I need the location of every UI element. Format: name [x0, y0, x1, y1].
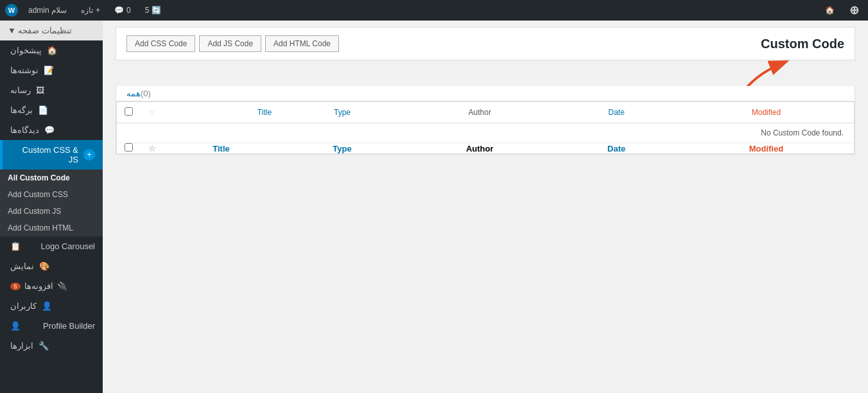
no-results-message: No Custom Code found. [117, 123, 855, 143]
sidebar: تنظیمات صفحه ▼ 🏠 پیشخوان 📝 نوشته‌ها 🖼 رس… [0, 21, 103, 393]
plugins-icon: 🔌 [57, 281, 67, 291]
footer-date[interactable]: Date [555, 143, 679, 154]
plugins-badge: 5 [10, 283, 21, 290]
add-css-label: Add Custom CSS [8, 190, 68, 199]
sidebar-page-settings[interactable]: تنظیمات صفحه ▼ [0, 21, 103, 40]
logo-carousel-icon: 📋 [10, 241, 21, 251]
footer-type[interactable]: Type [279, 143, 405, 154]
sidebar-item-posts[interactable]: 📝 نوشته‌ها [0, 60, 103, 80]
page-title: Custom Code [761, 37, 844, 51]
select-all-footer-checkbox[interactable] [125, 143, 133, 152]
filter-all-link[interactable]: همه [126, 89, 141, 98]
posts-label: نوشته‌ها [10, 66, 39, 75]
sidebar-item-users[interactable]: 👤 کاربران [0, 296, 103, 316]
footer-star-col: ☆ [141, 143, 163, 154]
tools-label: ابزارها [10, 341, 33, 351]
pages-icon: 📄 [38, 105, 48, 115]
arrow-annotation: (0) همه [116, 66, 855, 101]
admin-bar-updates[interactable]: 5 🔄 [141, 0, 166, 21]
add-js-label: Add Custom JS [8, 207, 61, 216]
comments-label: دیدگاه‌ها [10, 125, 39, 135]
sidebar-item-profile-builder[interactable]: 👤 Profile Builder [0, 316, 103, 336]
table-body: No Custom Code found. [117, 123, 855, 143]
header-modified: Modified [679, 102, 855, 123]
sidebar-item-tools[interactable]: 🔧 ابزارها [0, 336, 103, 356]
sidebar-item-appearance[interactable]: 🎨 نمایش [0, 256, 103, 276]
header-type[interactable]: Type [279, 102, 405, 123]
header-checkbox-col [117, 102, 141, 123]
plugins-label: افزونه‌ها [24, 281, 53, 291]
header-buttons: Add CSS Code Add JS Code Add HTML Code [126, 35, 339, 52]
select-all-checkbox[interactable] [125, 107, 133, 116]
custom-css-js-label: Custom CSS & JS [10, 145, 78, 164]
users-label: کاربران [10, 301, 37, 311]
custom-css-js-plus-icon: + [83, 149, 95, 161]
footer-modified: Modified [679, 143, 855, 154]
footer-checkbox-col [117, 143, 141, 154]
profile-builder-icon: 👤 [10, 321, 21, 331]
dashboard-label: پیشخوان [10, 46, 42, 55]
wp-logo[interactable]: W [5, 4, 18, 17]
admin-bar-site-title[interactable]: سلام admin [24, 0, 71, 21]
posts-icon: 📝 [44, 66, 54, 75]
filter-count: (0) [141, 89, 151, 98]
table-header-top: ☆ Title Type Author Date Modified [117, 102, 855, 123]
logo-carousel-label: Logo Carousel [40, 241, 95, 251]
pages-label: برگه‌ها [10, 105, 33, 115]
users-icon: 👤 [42, 301, 52, 311]
star-header-icon: ☆ [148, 108, 155, 117]
comments-icon: 💬 [44, 125, 55, 135]
header-author: Author [405, 102, 555, 123]
admin-bar-comments[interactable]: 💬 0 [110, 0, 135, 21]
main-content: Add CSS Code Add JS Code Add HTML Code C… [103, 21, 868, 393]
sidebar-item-pages[interactable]: 📄 برگه‌ها [0, 100, 103, 120]
admin-bar-title-text: سلام admin [28, 6, 67, 15]
all-custom-label: All Custom Code [8, 173, 70, 182]
custom-table: ☆ Title Type Author Date Modified No Cus… [116, 101, 855, 154]
admin-bar-right: 🏠 ⊕ [821, 0, 863, 21]
profile-builder-label: Profile Builder [43, 321, 95, 331]
header-title[interactable]: Title [163, 102, 279, 123]
appearance-label: نمایش [10, 261, 34, 271]
sidebar-item-media[interactable]: 🖼 رسانه [0, 80, 103, 100]
add-css-button[interactable]: Add CSS Code [126, 35, 195, 52]
header-star-col: ☆ [141, 102, 163, 123]
sidebar-sub-menu: All Custom Code Add Custom CSS Add Custo… [0, 170, 103, 236]
sidebar-item-plugins[interactable]: 🔌 افزونه‌ها 5 [0, 276, 103, 296]
admin-bar-new[interactable]: تازه + [77, 0, 104, 21]
footer-title[interactable]: Title [163, 143, 279, 154]
sidebar-item-comments[interactable]: 💬 دیدگاه‌ها [0, 120, 103, 140]
sidebar-sub-add-html[interactable]: Add Custom HTML [0, 220, 103, 236]
sidebar-sub-add-js[interactable]: Add Custom JS [0, 203, 103, 220]
appearance-icon: 🎨 [39, 261, 49, 271]
admin-bar-left: W سلام admin تازه + 💬 0 5 🔄 [5, 0, 165, 21]
admin-bar-home[interactable]: 🏠 [821, 0, 838, 21]
table-empty-row: No Custom Code found. [117, 123, 855, 143]
sidebar-item-dashboard[interactable]: 🏠 پیشخوان [0, 40, 103, 60]
sidebar-item-logo-carousel[interactable]: 📋 Logo Carousel [0, 236, 103, 256]
footer-author: Author [405, 143, 555, 154]
wp-admin-logo[interactable]: ⊕ [845, 1, 863, 19]
add-js-button[interactable]: Add JS Code [199, 35, 261, 52]
header-date[interactable]: Date [555, 102, 679, 123]
sidebar-item-custom-css-js[interactable]: + Custom CSS & JS [0, 140, 103, 170]
media-icon: 🖼 [36, 85, 44, 95]
sidebar-sub-add-css[interactable]: Add Custom CSS [0, 186, 103, 203]
plus-icon: + [96, 6, 100, 15]
sidebar-sub-all-custom[interactable]: All Custom Code [0, 170, 103, 186]
add-html-label: Add Custom HTML [8, 223, 73, 232]
dashboard-icon: 🏠 [47, 46, 57, 55]
filter-row: (0) همه [116, 86, 855, 101]
updates-icon: 🔄 [152, 6, 161, 15]
admin-bar: W سلام admin تازه + 💬 0 5 🔄 🏠 ⊕ [0, 0, 868, 21]
media-label: رسانه [10, 85, 31, 95]
comment-icon: 💬 [114, 6, 124, 15]
table-footer: ☆ Title Type Author Date Modified [117, 143, 855, 154]
add-html-button[interactable]: Add HTML Code [265, 35, 339, 52]
new-label: تازه [81, 6, 93, 15]
page-settings-label: تنظیمات صفحه ▼ [8, 26, 72, 35]
table-wrapper: ☆ Title Type Author Date Modified No Cus… [116, 101, 855, 155]
tools-icon: 🔧 [39, 341, 49, 351]
comment-count: 0 [126, 6, 131, 15]
updates-count: 5 [145, 6, 150, 15]
